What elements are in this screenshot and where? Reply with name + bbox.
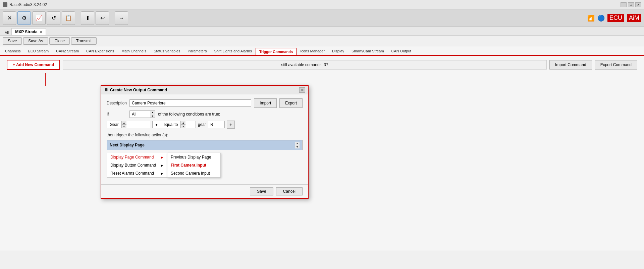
add-condition-button[interactable]: + — [227, 121, 235, 129]
sub-first-camera[interactable]: First Camera Input — [167, 161, 220, 169]
window-close-button[interactable]: ✕ — [635, 2, 641, 7]
wifi-icon: 📶 — [587, 14, 595, 22]
close-button[interactable]: Close — [49, 37, 70, 45]
toolbar-upload-btn[interactable]: ⬆ — [81, 11, 94, 25]
minimize-button[interactable]: ─ — [621, 2, 627, 7]
condition-text: of the following conditions are true: — [158, 112, 220, 117]
export-command-button[interactable]: Export Command — [595, 60, 637, 70]
main-content: + Add New Command still available comand… — [0, 56, 644, 251]
app-title: RaceStudio3 3.24.02 — [9, 2, 47, 7]
action-selected-label: Next Display Page — [110, 143, 295, 147]
submenu-display-page[interactable]: Display Page Command ▶ — [107, 153, 167, 161]
add-new-command-button[interactable]: + Add New Command — [7, 60, 60, 70]
submenu-display-button[interactable]: Display Button Command ▶ — [107, 161, 167, 169]
tab-math-channels[interactable]: Math Channels — [118, 47, 150, 54]
op-arrows: ▲ ▼ — [180, 121, 185, 128]
dialog-titlebar: 🖥 Create New Output Command ✕ — [101, 86, 308, 94]
import-command-button[interactable]: Import Command — [549, 60, 592, 70]
tab-icons-manager[interactable]: Icons Manager — [297, 47, 328, 54]
tab-parameters[interactable]: Parameters — [184, 47, 211, 54]
condition-value-input[interactable] — [208, 121, 225, 128]
submenu-display-button-label: Display Button Command — [110, 163, 156, 168]
tab-display[interactable]: Display — [328, 47, 348, 54]
gear-field-label: Gear — [107, 121, 121, 128]
op-up-arrow[interactable]: ▲ — [181, 121, 185, 125]
sub-previous-display[interactable]: Previous Display Page — [167, 153, 220, 161]
action-dropdown[interactable]: Next Display Page ▲ ▼ — [107, 140, 303, 150]
save-as-button[interactable]: Save As — [23, 37, 48, 45]
all-tab[interactable]: All — [3, 30, 11, 35]
toolbar-sep1 — [78, 12, 78, 24]
op-down-arrow[interactable]: ▼ — [181, 125, 185, 128]
gear-up-arrow[interactable]: ▲ — [122, 121, 126, 125]
operator-label: ●== equal to — [153, 121, 180, 128]
mxp-strada-tab[interactable]: MXP Strada ✕ — [11, 28, 46, 35]
maximize-button[interactable]: □ — [628, 2, 634, 7]
dialog-body: Description Import Export If All ▲ ▼ of … — [101, 94, 308, 184]
condition-row: Gear ▲ ▼ ●== equal to ▲ ▼ gear + — [107, 121, 303, 129]
doc-tab-label: MXP Strada — [15, 30, 37, 34]
dialog-footer: Save Cancel — [101, 184, 308, 198]
gear-field-select[interactable]: Gear ▲ ▼ — [107, 121, 150, 128]
connector-line — [45, 73, 46, 86]
toolbar-sep2 — [112, 12, 112, 24]
if-select[interactable]: All ▲ ▼ — [129, 110, 155, 118]
tab-can2-stream[interactable]: CAN2 Stream — [52, 47, 83, 54]
submenu-main: Display Page Command ▶ Display Button Co… — [107, 153, 167, 178]
if-row: If All ▲ ▼ of the following conditions a… — [107, 110, 303, 118]
tab-smartycam[interactable]: SmartyCam Stream — [348, 47, 388, 54]
tab-shift-lights[interactable]: Shift Lights and Alarms — [210, 47, 256, 54]
tab-trigger-commands[interactable]: Trigger Commands — [256, 48, 297, 55]
title-bar: RaceStudio3 3.24.02 ─ □ ✕ — [0, 0, 644, 9]
dialog-save-button[interactable]: Save — [250, 187, 273, 195]
doc-tab-close[interactable]: ✕ — [40, 30, 42, 34]
if-up-arrow[interactable]: ▲ — [150, 111, 155, 114]
toolbar-transmit-btn[interactable]: → — [115, 11, 128, 25]
tab-channels[interactable]: Channels — [1, 47, 24, 54]
toolbar-chart-btn[interactable]: 📈 — [32, 11, 46, 25]
display-page-chevron: ▶ — [161, 155, 163, 159]
tab-can-output[interactable]: CAN Output — [388, 47, 415, 54]
ecu-icon: ECU — [607, 14, 624, 22]
tab-status-variables[interactable]: Status Variables — [150, 47, 184, 54]
submenu-container: Display Page Command ▶ Display Button Co… — [107, 153, 303, 178]
sub-second-camera[interactable]: Second Camera Input — [167, 169, 220, 177]
display-button-chevron: ▶ — [161, 164, 163, 167]
action-bar: Save Save As Close Transmit — [0, 36, 644, 46]
status-icons: 📶 🔵 ECU AiM — [587, 14, 641, 22]
toolbar: ✕ ⚙ 📈 ↺ 📋 ⬆ ↩ → 📶 🔵 ECU AiM — [0, 9, 644, 27]
tab-can-expansions[interactable]: CAN Expansions — [83, 47, 118, 54]
toolbar-report-btn[interactable]: 📋 — [62, 11, 75, 25]
operator-select[interactable]: ●== equal to ▲ ▼ — [152, 121, 196, 128]
if-down-arrow[interactable]: ▼ — [150, 114, 155, 118]
field2-label: gear — [198, 122, 206, 127]
command-bar: + Add New Command still available comand… — [7, 60, 637, 70]
dialog-close-button[interactable]: ✕ — [299, 87, 305, 93]
toolbar-undo-btn[interactable]: ↩ — [96, 11, 109, 25]
description-input[interactable] — [129, 99, 251, 107]
tab-ecu-stream[interactable]: ECU Stream — [24, 47, 52, 54]
save-button[interactable]: Save — [3, 37, 22, 45]
submenu-reset-alarms[interactable]: Reset Alarms Command ▶ — [107, 169, 167, 177]
dialog-icon: 🖥 — [104, 88, 108, 92]
transmit-button[interactable]: Transmit — [71, 37, 97, 45]
dialog-export-button[interactable]: Export — [279, 98, 303, 108]
toolbar-settings-btn[interactable]: ⚙ — [17, 11, 31, 25]
dialog-import-button[interactable]: Import — [254, 98, 277, 108]
dialog-cancel-button[interactable]: Cancel — [276, 187, 303, 195]
action-down-arrow[interactable]: ▼ — [295, 145, 300, 148]
app-icon — [3, 2, 7, 7]
dialog-title-text: 🖥 Create New Output Command — [104, 88, 167, 92]
gear-arrows: ▲ ▼ — [121, 121, 126, 128]
toolbar-close-btn[interactable]: ✕ — [3, 11, 16, 25]
description-row: Description Import Export — [107, 98, 303, 108]
create-command-dialog: 🖥 Create New Output Command ✕ Descriptio… — [101, 85, 309, 199]
action-arrows: ▲ ▼ — [295, 142, 300, 148]
nav-tabs: Channels ECU Stream CAN2 Stream CAN Expa… — [0, 46, 644, 56]
available-commands-label: still available comands: 37 — [63, 60, 547, 70]
reset-alarms-chevron: ▶ — [161, 172, 163, 175]
action-up-arrow[interactable]: ▲ — [295, 142, 300, 145]
gear-down-arrow[interactable]: ▼ — [122, 125, 126, 128]
toolbar-replay-btn[interactable]: ↺ — [47, 11, 60, 25]
brand-icon: AiM — [627, 14, 641, 22]
